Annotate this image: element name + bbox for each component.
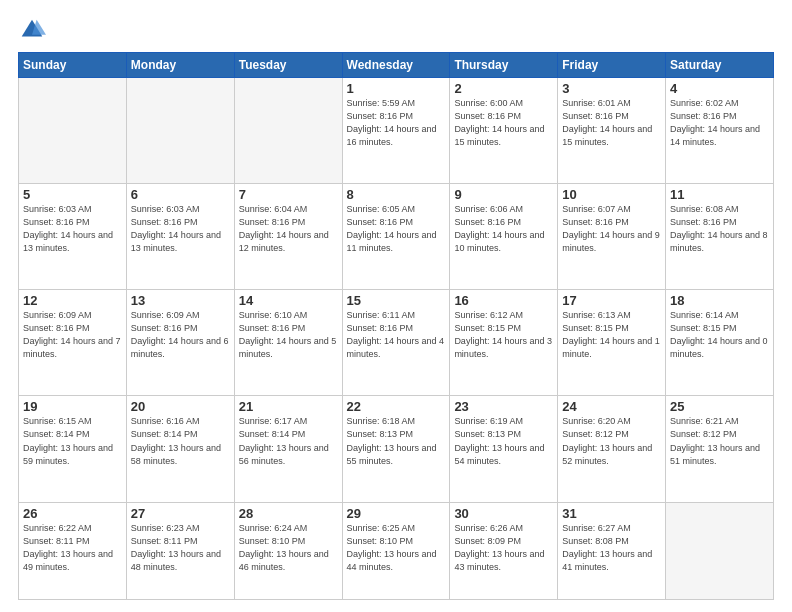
day-number: 24 [562, 399, 661, 414]
day-info: Sunrise: 6:04 AM Sunset: 8:16 PM Dayligh… [239, 203, 338, 255]
day-info: Sunrise: 6:12 AM Sunset: 8:15 PM Dayligh… [454, 309, 553, 361]
day-info: Sunrise: 6:14 AM Sunset: 8:15 PM Dayligh… [670, 309, 769, 361]
day-info: Sunrise: 6:27 AM Sunset: 8:08 PM Dayligh… [562, 522, 661, 574]
day-number: 2 [454, 81, 553, 96]
weekday-header-tuesday: Tuesday [234, 53, 342, 78]
day-info: Sunrise: 6:15 AM Sunset: 8:14 PM Dayligh… [23, 415, 122, 467]
day-number: 14 [239, 293, 338, 308]
day-info: Sunrise: 6:08 AM Sunset: 8:16 PM Dayligh… [670, 203, 769, 255]
day-number: 8 [347, 187, 446, 202]
day-info: Sunrise: 6:10 AM Sunset: 8:16 PM Dayligh… [239, 309, 338, 361]
calendar-cell: 2Sunrise: 6:00 AM Sunset: 8:16 PM Daylig… [450, 78, 558, 184]
header [18, 16, 774, 44]
calendar-cell: 14Sunrise: 6:10 AM Sunset: 8:16 PM Dayli… [234, 290, 342, 396]
calendar-cell: 19Sunrise: 6:15 AM Sunset: 8:14 PM Dayli… [19, 396, 127, 502]
calendar-cell: 3Sunrise: 6:01 AM Sunset: 8:16 PM Daylig… [558, 78, 666, 184]
calendar-cell: 4Sunrise: 6:02 AM Sunset: 8:16 PM Daylig… [666, 78, 774, 184]
day-number: 23 [454, 399, 553, 414]
calendar-cell: 7Sunrise: 6:04 AM Sunset: 8:16 PM Daylig… [234, 184, 342, 290]
day-number: 22 [347, 399, 446, 414]
calendar-cell: 23Sunrise: 6:19 AM Sunset: 8:13 PM Dayli… [450, 396, 558, 502]
calendar-week-5: 26Sunrise: 6:22 AM Sunset: 8:11 PM Dayli… [19, 502, 774, 599]
weekday-header-sunday: Sunday [19, 53, 127, 78]
day-info: Sunrise: 6:16 AM Sunset: 8:14 PM Dayligh… [131, 415, 230, 467]
day-number: 12 [23, 293, 122, 308]
calendar-cell: 30Sunrise: 6:26 AM Sunset: 8:09 PM Dayli… [450, 502, 558, 599]
day-info: Sunrise: 6:21 AM Sunset: 8:12 PM Dayligh… [670, 415, 769, 467]
calendar-cell: 24Sunrise: 6:20 AM Sunset: 8:12 PM Dayli… [558, 396, 666, 502]
calendar-cell: 9Sunrise: 6:06 AM Sunset: 8:16 PM Daylig… [450, 184, 558, 290]
calendar-cell: 5Sunrise: 6:03 AM Sunset: 8:16 PM Daylig… [19, 184, 127, 290]
calendar-cell: 28Sunrise: 6:24 AM Sunset: 8:10 PM Dayli… [234, 502, 342, 599]
calendar-cell [666, 502, 774, 599]
day-info: Sunrise: 6:01 AM Sunset: 8:16 PM Dayligh… [562, 97, 661, 149]
weekday-header-wednesday: Wednesday [342, 53, 450, 78]
day-number: 13 [131, 293, 230, 308]
calendar-week-1: 1Sunrise: 5:59 AM Sunset: 8:16 PM Daylig… [19, 78, 774, 184]
weekday-header-thursday: Thursday [450, 53, 558, 78]
calendar-cell: 21Sunrise: 6:17 AM Sunset: 8:14 PM Dayli… [234, 396, 342, 502]
day-info: Sunrise: 6:07 AM Sunset: 8:16 PM Dayligh… [562, 203, 661, 255]
day-number: 28 [239, 506, 338, 521]
day-number: 27 [131, 506, 230, 521]
day-number: 17 [562, 293, 661, 308]
calendar-cell: 27Sunrise: 6:23 AM Sunset: 8:11 PM Dayli… [126, 502, 234, 599]
day-info: Sunrise: 6:19 AM Sunset: 8:13 PM Dayligh… [454, 415, 553, 467]
day-info: Sunrise: 6:13 AM Sunset: 8:15 PM Dayligh… [562, 309, 661, 361]
day-info: Sunrise: 6:11 AM Sunset: 8:16 PM Dayligh… [347, 309, 446, 361]
calendar-week-4: 19Sunrise: 6:15 AM Sunset: 8:14 PM Dayli… [19, 396, 774, 502]
day-number: 15 [347, 293, 446, 308]
calendar-cell: 31Sunrise: 6:27 AM Sunset: 8:08 PM Dayli… [558, 502, 666, 599]
day-info: Sunrise: 6:02 AM Sunset: 8:16 PM Dayligh… [670, 97, 769, 149]
day-info: Sunrise: 6:03 AM Sunset: 8:16 PM Dayligh… [23, 203, 122, 255]
day-number: 16 [454, 293, 553, 308]
weekday-header-monday: Monday [126, 53, 234, 78]
calendar-cell: 6Sunrise: 6:03 AM Sunset: 8:16 PM Daylig… [126, 184, 234, 290]
day-number: 10 [562, 187, 661, 202]
logo-icon [18, 16, 46, 44]
day-number: 19 [23, 399, 122, 414]
day-number: 20 [131, 399, 230, 414]
day-number: 26 [23, 506, 122, 521]
day-info: Sunrise: 6:00 AM Sunset: 8:16 PM Dayligh… [454, 97, 553, 149]
day-info: Sunrise: 5:59 AM Sunset: 8:16 PM Dayligh… [347, 97, 446, 149]
calendar-cell: 15Sunrise: 6:11 AM Sunset: 8:16 PM Dayli… [342, 290, 450, 396]
calendar-cell: 11Sunrise: 6:08 AM Sunset: 8:16 PM Dayli… [666, 184, 774, 290]
calendar-cell: 1Sunrise: 5:59 AM Sunset: 8:16 PM Daylig… [342, 78, 450, 184]
day-info: Sunrise: 6:09 AM Sunset: 8:16 PM Dayligh… [23, 309, 122, 361]
calendar-cell: 17Sunrise: 6:13 AM Sunset: 8:15 PM Dayli… [558, 290, 666, 396]
day-number: 9 [454, 187, 553, 202]
calendar-cell: 10Sunrise: 6:07 AM Sunset: 8:16 PM Dayli… [558, 184, 666, 290]
calendar-cell: 29Sunrise: 6:25 AM Sunset: 8:10 PM Dayli… [342, 502, 450, 599]
day-info: Sunrise: 6:26 AM Sunset: 8:09 PM Dayligh… [454, 522, 553, 574]
day-info: Sunrise: 6:24 AM Sunset: 8:10 PM Dayligh… [239, 522, 338, 574]
calendar-cell: 20Sunrise: 6:16 AM Sunset: 8:14 PM Dayli… [126, 396, 234, 502]
calendar-cell: 18Sunrise: 6:14 AM Sunset: 8:15 PM Dayli… [666, 290, 774, 396]
day-info: Sunrise: 6:23 AM Sunset: 8:11 PM Dayligh… [131, 522, 230, 574]
day-number: 30 [454, 506, 553, 521]
calendar-cell: 22Sunrise: 6:18 AM Sunset: 8:13 PM Dayli… [342, 396, 450, 502]
calendar-table: SundayMondayTuesdayWednesdayThursdayFrid… [18, 52, 774, 600]
weekday-header-row: SundayMondayTuesdayWednesdayThursdayFrid… [19, 53, 774, 78]
weekday-header-saturday: Saturday [666, 53, 774, 78]
day-number: 31 [562, 506, 661, 521]
day-number: 18 [670, 293, 769, 308]
day-number: 1 [347, 81, 446, 96]
day-number: 6 [131, 187, 230, 202]
calendar-cell: 16Sunrise: 6:12 AM Sunset: 8:15 PM Dayli… [450, 290, 558, 396]
day-number: 21 [239, 399, 338, 414]
day-number: 11 [670, 187, 769, 202]
day-info: Sunrise: 6:17 AM Sunset: 8:14 PM Dayligh… [239, 415, 338, 467]
day-info: Sunrise: 6:18 AM Sunset: 8:13 PM Dayligh… [347, 415, 446, 467]
weekday-header-friday: Friday [558, 53, 666, 78]
day-info: Sunrise: 6:05 AM Sunset: 8:16 PM Dayligh… [347, 203, 446, 255]
calendar-cell [234, 78, 342, 184]
calendar-cell [126, 78, 234, 184]
day-number: 7 [239, 187, 338, 202]
day-number: 4 [670, 81, 769, 96]
day-number: 25 [670, 399, 769, 414]
day-info: Sunrise: 6:03 AM Sunset: 8:16 PM Dayligh… [131, 203, 230, 255]
calendar-cell: 13Sunrise: 6:09 AM Sunset: 8:16 PM Dayli… [126, 290, 234, 396]
day-number: 3 [562, 81, 661, 96]
calendar-cell: 26Sunrise: 6:22 AM Sunset: 8:11 PM Dayli… [19, 502, 127, 599]
